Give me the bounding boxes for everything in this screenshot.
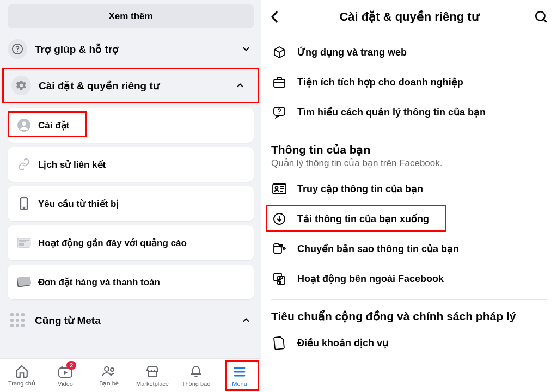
- settings-privacy-row[interactable]: Cài đặt & quyền riêng tư: [2, 68, 259, 103]
- off-fb-item[interactable]: Hoạt động bên ngoài Facebook: [261, 264, 557, 294]
- svg-point-14: [105, 367, 109, 371]
- link-history-card[interactable]: Lịch sử liên kết: [8, 147, 254, 182]
- your-info-title: Thông tin của bạn: [261, 139, 557, 156]
- shop-icon: [145, 364, 160, 379]
- chevron-up-icon: [235, 80, 246, 91]
- nav-marketplace[interactable]: Marketplace: [131, 359, 174, 392]
- device-requests-label: Yêu cầu từ thiết bị: [38, 198, 119, 210]
- svg-rect-27: [274, 247, 281, 253]
- nav-video[interactable]: 2 Video: [44, 359, 87, 392]
- transfer-copy-item[interactable]: Chuyển bản sao thông tin của bạn: [261, 234, 557, 264]
- svg-point-23: [279, 113, 280, 114]
- chevron-up-icon: [241, 315, 252, 326]
- svg-rect-21: [274, 79, 285, 87]
- help-support-row[interactable]: Trợ giúp & hỗ trợ: [0, 33, 261, 65]
- search-button[interactable]: [533, 10, 548, 24]
- transfer-icon: [271, 243, 287, 255]
- download-info-item[interactable]: Tải thông tin của bạn xuống: [261, 204, 557, 234]
- see-more-button[interactable]: Xem thêm: [8, 4, 254, 28]
- settings-card-label: Cài đặt: [38, 120, 69, 131]
- orders-payments-label: Đơn đặt hàng và thanh toán: [38, 277, 160, 288]
- nav-notifications[interactable]: Thông báo: [174, 359, 218, 392]
- highlight-menu: [225, 360, 259, 391]
- right-header: Cài đặt & quyền riêng tư: [261, 0, 557, 37]
- svg-rect-5: [22, 199, 26, 206]
- question-chat-icon: [271, 106, 287, 119]
- settings-privacy-label: Cài đặt & quyền riêng tư: [39, 79, 235, 92]
- svg-point-3: [22, 122, 26, 126]
- card-icon: [16, 274, 32, 290]
- access-info-item[interactable]: Truy cập thông tin của bạn: [261, 174, 557, 204]
- bell-icon: [189, 364, 203, 379]
- settings-card[interactable]: Cài đặt: [8, 108, 254, 143]
- nav-friends[interactable]: Bạn bè: [87, 359, 131, 392]
- friends-icon: [101, 364, 117, 379]
- svg-point-25: [276, 187, 278, 189]
- right-title: Cài đặt & quyền riêng tư: [285, 10, 533, 24]
- ad-activity-card[interactable]: Hoạt động gần đây với quảng cáo: [8, 225, 254, 260]
- svg-rect-8: [19, 243, 24, 246]
- policy-title: Tiêu chuẩn cộng đồng và chính sách pháp …: [261, 305, 557, 327]
- device-icon: [16, 196, 32, 211]
- grid-icon: [8, 310, 27, 330]
- download-icon: [271, 212, 287, 225]
- video-badge: 2: [66, 361, 76, 370]
- manage-info-item[interactable]: Tìm hiểu cách quản lý thông tin của bạn: [261, 97, 557, 127]
- svg-line-20: [543, 19, 546, 22]
- person-icon: [16, 118, 32, 133]
- ad-activity-label: Hoạt động gần đây với quảng cáo: [38, 237, 187, 249]
- box-icon: [271, 46, 287, 59]
- svg-point-6: [23, 207, 25, 209]
- svg-rect-7: [17, 238, 30, 248]
- left-panel: Xem thêm Trợ giúp & hỗ trợ Cài đặt & quy…: [0, 0, 261, 392]
- svg-point-1: [17, 51, 18, 52]
- off-fb-icon: [271, 272, 287, 285]
- svg-point-19: [536, 11, 544, 20]
- ad-icon: [16, 235, 32, 250]
- your-info-sub: Quản lý thông tin của bạn trên Facebook.: [261, 156, 557, 174]
- svg-rect-10: [19, 241, 26, 242]
- from-meta-row[interactable]: Cũng từ Meta: [0, 304, 261, 336]
- chevron-down-icon: [241, 44, 252, 54]
- orders-payments-card[interactable]: Đơn đặt hàng và thanh toán: [8, 265, 254, 299]
- question-icon: [8, 39, 27, 59]
- biz-integrations-item[interactable]: Tiện ích tích hợp cho doanh nghiệp: [261, 68, 557, 97]
- document-icon: [271, 336, 287, 350]
- terms-item[interactable]: Điều khoản dịch vụ: [261, 327, 557, 359]
- back-button[interactable]: [270, 10, 285, 24]
- svg-rect-9: [19, 240, 29, 241]
- from-meta-label: Cũng từ Meta: [35, 314, 241, 327]
- briefcase-icon: [271, 76, 287, 88]
- home-icon: [15, 364, 29, 379]
- nav-home[interactable]: Trang chủ: [0, 359, 44, 392]
- divider: [271, 299, 547, 300]
- gear-icon: [11, 76, 31, 95]
- right-panel: Cài đặt & quyền riêng tư Ứng dụng và tra…: [261, 0, 557, 392]
- device-requests-card[interactable]: Yêu cầu từ thiết bị: [8, 186, 254, 221]
- bottom-nav: Trang chủ 2 Video Bạn bè Marketplace Thô…: [0, 358, 261, 392]
- id-card-icon: [271, 183, 287, 194]
- link-history-label: Lịch sử liên kết: [38, 159, 106, 170]
- help-label: Trợ giúp & hỗ trợ: [35, 43, 241, 56]
- link-icon: [16, 157, 32, 172]
- apps-web-item[interactable]: Ứng dụng và trang web: [261, 37, 557, 68]
- divider: [271, 133, 547, 133]
- svg-point-15: [111, 368, 114, 371]
